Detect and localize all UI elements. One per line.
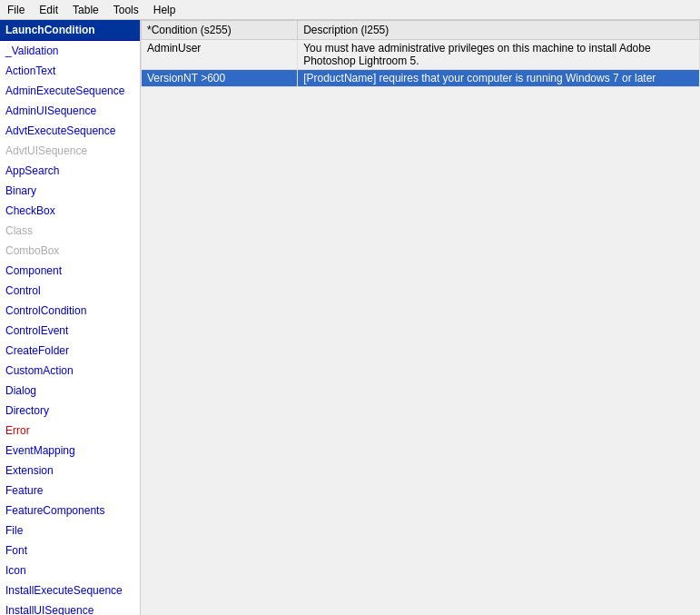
- sidebar-item[interactable]: CreateFolder: [0, 341, 140, 361]
- table-head: *Condition (s255) Description (l255): [142, 21, 700, 40]
- main-container: LaunchCondition _ValidationActionTextAdm…: [0, 20, 700, 615]
- menu-edit[interactable]: Edit: [32, 2, 65, 18]
- sidebar-item[interactable]: File: [0, 521, 140, 541]
- menu-help[interactable]: Help: [146, 2, 183, 18]
- sidebar-item[interactable]: InstallUISequence: [0, 600, 140, 615]
- sidebar-item[interactable]: ActionText: [0, 61, 140, 81]
- table-row[interactable]: AdminUserYou must have administrative pr…: [142, 40, 700, 70]
- sidebar-item[interactable]: AdvtUISequence: [0, 141, 140, 161]
- menubar: File Edit Table Tools Help: [0, 0, 700, 20]
- sidebar-item[interactable]: Font: [0, 541, 140, 560]
- sidebar-item[interactable]: Directory: [0, 401, 140, 421]
- menu-table[interactable]: Table: [65, 2, 106, 18]
- sidebar-header: LaunchCondition: [0, 20, 140, 41]
- table-cell: AdminUser: [142, 40, 298, 70]
- menu-tools[interactable]: Tools: [106, 2, 146, 18]
- sidebar-item[interactable]: FeatureComponents: [0, 501, 140, 521]
- sidebar-item[interactable]: InstallExecuteSequence: [0, 580, 140, 600]
- sidebar-item[interactable]: AppSearch: [0, 161, 140, 181]
- col-condition[interactable]: *Condition (s255): [142, 21, 298, 40]
- sidebar-item[interactable]: ControlEvent: [0, 321, 140, 341]
- sidebar-item[interactable]: Icon: [0, 560, 140, 580]
- table-container[interactable]: *Condition (s255) Description (l255) Adm…: [141, 20, 700, 615]
- sidebar-item[interactable]: Control: [0, 281, 140, 301]
- menu-file[interactable]: File: [0, 2, 32, 18]
- content-area: *Condition (s255) Description (l255) Adm…: [141, 20, 700, 615]
- sidebar-item[interactable]: CustomAction: [0, 361, 140, 381]
- sidebar-item[interactable]: AdminUISequence: [0, 101, 140, 121]
- sidebar-item[interactable]: Error: [0, 421, 140, 441]
- table-cell: [ProductName] requires that your compute…: [298, 70, 700, 87]
- sidebar-item[interactable]: EventMapping: [0, 441, 140, 461]
- sidebar-item[interactable]: Feature: [0, 481, 140, 501]
- sidebar-item[interactable]: Dialog: [0, 381, 140, 401]
- sidebar-item[interactable]: Class: [0, 221, 140, 241]
- sidebar-item[interactable]: Component: [0, 261, 140, 281]
- col-description[interactable]: Description (l255): [298, 21, 700, 40]
- sidebar-item[interactable]: AdminExecuteSequence: [0, 81, 140, 101]
- sidebar-item[interactable]: Extension: [0, 461, 140, 481]
- sidebar-item[interactable]: ControlCondition: [0, 301, 140, 321]
- sidebar-item[interactable]: CheckBox: [0, 201, 140, 221]
- sidebar-item[interactable]: AdvtExecuteSequence: [0, 121, 140, 141]
- table-cell: You must have administrative privileges …: [298, 40, 700, 70]
- table-cell: VersionNT >600: [142, 70, 298, 87]
- table-body: AdminUserYou must have administrative pr…: [142, 40, 700, 87]
- sidebar-item[interactable]: _Validation: [0, 41, 140, 61]
- data-table: *Condition (s255) Description (l255) Adm…: [141, 20, 700, 87]
- sidebar-item[interactable]: ComboBox: [0, 241, 140, 261]
- sidebar[interactable]: LaunchCondition _ValidationActionTextAdm…: [0, 20, 141, 615]
- sidebar-item[interactable]: Binary: [0, 181, 140, 201]
- table-row[interactable]: VersionNT >600[ProductName] requires tha…: [142, 70, 700, 87]
